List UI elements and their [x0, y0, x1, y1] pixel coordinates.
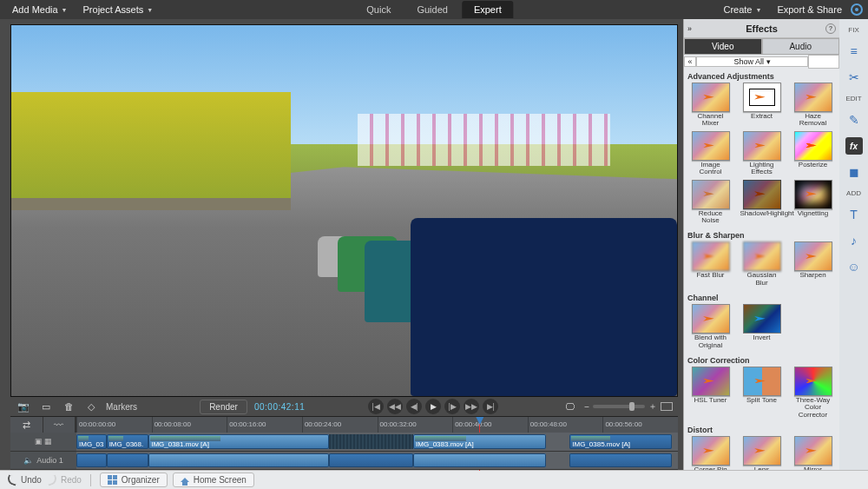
- ruler-tick[interactable]: 00:00:24:00: [302, 417, 378, 433]
- ruler-scale[interactable]: 00:00:00:0000:00:08:0000:00:16:0000:00:2…: [76, 417, 678, 433]
- render-button[interactable]: Render: [200, 400, 247, 414]
- video-track[interactable]: IMG_03IMG_0368.IMG_0381.mov [A]IMG_0383.…: [76, 433, 678, 452]
- effect-label: Invert: [753, 334, 770, 341]
- zoom-minus-icon[interactable]: −: [584, 402, 589, 412]
- timeline-gap[interactable]: [329, 434, 413, 449]
- goto-start-button[interactable]: |◀: [368, 399, 384, 414]
- next-frame-button[interactable]: |▶: [444, 399, 460, 414]
- prev-frame-button[interactable]: ◀|: [406, 399, 422, 414]
- ruler-tick[interactable]: 00:00:48:00: [528, 417, 603, 433]
- create-menu[interactable]: Create ▼: [716, 2, 768, 17]
- timeline-tool-a[interactable]: ⇄: [10, 417, 43, 433]
- home-icon: [181, 478, 189, 482]
- ruler-tick[interactable]: 00:00:40:00: [452, 417, 528, 433]
- home-screen-button[interactable]: Home Screen: [173, 472, 254, 487]
- effect-item[interactable]: Sharpen: [790, 241, 836, 287]
- camera-icon[interactable]: 📷: [16, 399, 31, 414]
- help-icon[interactable]: ?: [825, 23, 836, 34]
- effect-item[interactable]: Shadow/Highlight: [739, 180, 785, 225]
- timeline-clip[interactable]: [569, 453, 672, 468]
- timeline-ruler: ⇄ 〰 00:00:00:0000:00:08:0000:00:16:0000:…: [10, 417, 678, 433]
- effect-item[interactable]: Blend with Original: [687, 304, 733, 349]
- effect-item[interactable]: Reduce Noise: [687, 180, 733, 225]
- timeline-clip[interactable]: [148, 453, 329, 468]
- redo-button[interactable]: Redo: [47, 475, 82, 485]
- export-share-menu[interactable]: Export & Share: [770, 2, 849, 17]
- undo-button[interactable]: Undo: [7, 475, 42, 485]
- timeline-clip[interactable]: IMG_0383.mov [A]: [413, 434, 545, 449]
- transitions-icon[interactable]: ◼: [845, 163, 863, 181]
- effect-item[interactable]: Vignetting: [790, 180, 836, 225]
- tab-guided[interactable]: Guided: [404, 1, 459, 18]
- fx-effects-icon[interactable]: fx: [845, 137, 863, 155]
- effect-item[interactable]: Three-Way Color Corrector: [790, 367, 836, 419]
- effect-thumbnail: [794, 83, 832, 112]
- tab-audio-effects[interactable]: Audio: [762, 38, 840, 55]
- video-track-header[interactable]: ▣ ▦: [10, 433, 76, 452]
- timeline-gap[interactable]: [329, 453, 413, 468]
- goto-end-button[interactable]: ▶|: [483, 399, 498, 414]
- zoom-slider[interactable]: [593, 405, 645, 408]
- fit-to-window-button[interactable]: [661, 402, 673, 411]
- effect-label: Image Control: [689, 162, 733, 176]
- ruler-tick[interactable]: 00:00:56:00: [602, 417, 678, 433]
- marker-icon[interactable]: ◇: [83, 399, 99, 414]
- ruler-tick[interactable]: 00:00:16:00: [227, 417, 302, 433]
- effect-item[interactable]: HSL Tuner: [687, 367, 733, 419]
- timeline-tool-b[interactable]: 〰: [43, 417, 76, 433]
- effect-item[interactable]: Invert: [739, 304, 785, 349]
- preview-monitor[interactable]: [10, 24, 678, 397]
- graphics-icon[interactable]: ☺: [845, 258, 863, 275]
- tab-quick[interactable]: Quick: [354, 1, 403, 18]
- timeline-clip[interactable]: IMG_03: [76, 434, 107, 449]
- adjust-sliders-icon[interactable]: ≡: [845, 43, 863, 60]
- audio-track[interactable]: [76, 452, 678, 471]
- wand-icon[interactable]: ✎: [845, 111, 863, 129]
- effects-list[interactable]: Advanced AdjustmentsChannel MixerExtract…: [684, 69, 839, 470]
- effects-category-dropdown[interactable]: Show All ▾: [696, 56, 808, 67]
- zoom-plus-icon[interactable]: ＋: [648, 400, 657, 413]
- add-media-menu[interactable]: Add Media ▼: [5, 2, 75, 17]
- effect-item[interactable]: Channel Mixer: [687, 83, 733, 128]
- ruler-tick[interactable]: 00:00:00:00: [76, 417, 152, 433]
- panel-expand-icon[interactable]: »: [687, 24, 692, 33]
- markers-label[interactable]: Markers: [106, 402, 137, 412]
- settings-gear-icon[interactable]: [851, 3, 863, 16]
- undo-arrow-icon: [6, 474, 19, 486]
- effect-item[interactable]: Mirror: [790, 436, 836, 470]
- timeline-clip[interactable]: IMG_0368.: [107, 434, 149, 449]
- step-fwd-button[interactable]: ▶▶: [464, 399, 479, 414]
- scissors-icon[interactable]: ✂: [845, 69, 863, 86]
- organizer-button[interactable]: Organizer: [100, 472, 168, 487]
- timeline-clip[interactable]: IMG_0385.mov [A]: [569, 434, 672, 449]
- effects-back-button[interactable]: «: [684, 56, 696, 67]
- ruler-tick[interactable]: 00:00:32:00: [378, 417, 453, 433]
- effect-item[interactable]: Gaussian Blur: [739, 241, 785, 287]
- timeline-clip[interactable]: [413, 453, 545, 468]
- project-assets-menu[interactable]: Project Assets ▼: [76, 2, 161, 17]
- tab-video-effects[interactable]: Video: [684, 38, 762, 55]
- effect-item[interactable]: Haze Removal: [790, 83, 836, 128]
- titles-icon[interactable]: T: [845, 206, 863, 223]
- music-icon[interactable]: ♪: [845, 232, 863, 249]
- effect-item[interactable]: Lighting Effects: [739, 131, 785, 176]
- fullscreen-icon[interactable]: 🖵: [562, 399, 577, 414]
- audio-track-header[interactable]: 🔈 Audio 1: [10, 452, 76, 471]
- timeline-clip[interactable]: IMG_0381.mov [A]: [148, 434, 329, 449]
- play-button[interactable]: ▶: [425, 399, 441, 414]
- tool-icon[interactable]: ▭: [38, 399, 54, 414]
- timeline-clip[interactable]: [76, 453, 107, 468]
- trash-icon[interactable]: 🗑: [61, 399, 76, 414]
- timeline-clip[interactable]: [107, 453, 149, 468]
- effect-item[interactable]: Extract: [739, 83, 785, 128]
- effect-item[interactable]: Posterize: [790, 131, 836, 176]
- effect-item[interactable]: Fast Blur: [687, 241, 733, 287]
- effect-item[interactable]: Split Tone: [739, 367, 785, 419]
- effects-search-input[interactable]: [808, 55, 839, 69]
- step-back-button[interactable]: ◀◀: [387, 399, 403, 414]
- effect-item[interactable]: Image Control: [687, 131, 733, 176]
- ruler-tick[interactable]: 00:00:08:00: [152, 417, 227, 433]
- effect-item[interactable]: Corner Pin: [687, 436, 733, 470]
- effect-item[interactable]: Lens Distortion: [739, 436, 785, 470]
- tab-expert[interactable]: Expert: [462, 1, 514, 18]
